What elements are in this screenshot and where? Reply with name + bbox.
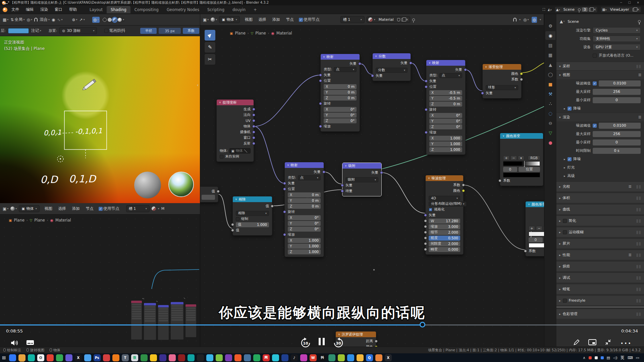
- input-socket-位置[interactable]: [283, 188, 286, 191]
- color-swatch[interactable]: [503, 173, 540, 177]
- viewlayer-name[interactable]: ViewLayer: [608, 7, 631, 12]
- node-field-Z[interactable]: Z0 m: [288, 204, 321, 209]
- taskbar-app-icon-11[interactable]: [103, 354, 110, 361]
- shading-preset-icon[interactable]: ◭▾: [548, 8, 552, 11]
- shading-material-icon[interactable]: [113, 18, 117, 22]
- use-nodes-checkbox[interactable]: ✓ 使用节点: [99, 206, 119, 212]
- workspace-tab-Layout[interactable]: Layout: [86, 6, 107, 13]
- node-dropdown-分数[interactable]: 分数▾: [376, 68, 408, 73]
- shading-wireframe-icon[interactable]: [103, 18, 107, 22]
- device-dropdown[interactable]: GPU 计算▾: [593, 44, 641, 50]
- denoise-checkbox[interactable]: ✓: [568, 107, 572, 111]
- taskbar-app-icon-27[interactable]: [253, 354, 260, 361]
- taskbar-app-icon-40[interactable]: [375, 354, 382, 361]
- node-dropdown-分形布朗运动(fBM)[interactable]: 分形布朗运动(fBM)▾: [429, 201, 467, 206]
- pin-icon[interactable]: [578, 8, 581, 11]
- unlink-icon[interactable]: ✕: [406, 18, 409, 21]
- breadcrumb-object[interactable]: Plane: [235, 31, 246, 36]
- viewlayer-selector[interactable]: ▦▾ ViewLayer ✕: [600, 6, 641, 13]
- advanced-subpanel[interactable]: 高级: [568, 173, 575, 178]
- noise-texture-node[interactable]: ∨噪波纹理系数颜色4D▾分形布朗运动(fBM)▾✓规格化矢量W17.280缩放3…: [425, 175, 464, 255]
- backdrop-toggle-icon[interactable]: ◍: [532, 17, 537, 23]
- shader-type-icon[interactable]: ▾: [211, 17, 217, 22]
- max-samples-field[interactable]: 256: [593, 89, 641, 95]
- node-field-畸变[interactable]: 畸变0.000: [429, 247, 460, 252]
- taskbar-app-icon-34[interactable]: 抖: [319, 354, 326, 361]
- output-socket-系数[interactable]: [462, 184, 465, 187]
- snap-magnet-icon[interactable]: [34, 18, 38, 21]
- texture-coordinate-node[interactable]: ∨纹理坐标生成法向UV物体摄像机窗口反射物体:▣物体来自实例: [216, 99, 254, 162]
- node-dropdown-吸附[interactable]: 吸附▾: [345, 177, 378, 182]
- properties-tab-tool-icon[interactable]: ⚙: [545, 21, 555, 30]
- input-socket-值[interactable]: [231, 223, 234, 226]
- workspace-tab-+[interactable]: +: [250, 6, 261, 13]
- node-field-Y[interactable]: Y0°: [288, 221, 321, 226]
- taskbar-app-icon-32[interactable]: [300, 354, 307, 361]
- fullscreen-exit-button[interactable]: [604, 339, 612, 346]
- mute-button[interactable]: [10, 339, 19, 347]
- panel-体积[interactable]: ▸体积⣿⣿: [556, 193, 644, 203]
- pin-icon[interactable]: [412, 18, 415, 21]
- workspace-tab-Shading[interactable]: Shading: [107, 6, 130, 13]
- pin-icon[interactable]: [638, 20, 641, 23]
- radius-button[interactable]: 半径: [140, 28, 157, 34]
- breadcrumb-mesh[interactable]: Plane: [34, 218, 45, 223]
- node-field-Z[interactable]: Z1.000: [288, 249, 321, 254]
- output-socket-摄像机[interactable]: [252, 131, 255, 134]
- scene-selector[interactable]: ▲▾ Scene 3 ✕: [554, 6, 598, 13]
- node-field-糙度[interactable]: 糙度0.500: [429, 236, 460, 241]
- input-socket-矢量[interactable]: [341, 184, 344, 187]
- gizmo-dropdown[interactable]: ⊕▾: [72, 17, 77, 22]
- input-socket-糙度[interactable]: [424, 237, 427, 240]
- panel-Freestyle[interactable]: ▸Freestyle⣿⣿: [556, 295, 644, 305]
- node-field-Y[interactable]: Y1.000: [288, 244, 321, 249]
- input-socket-矢量[interactable]: [319, 74, 322, 77]
- player-back-button[interactable]: ←: [4, 1, 8, 6]
- taskbar-app-icon-15[interactable]: [141, 354, 148, 361]
- subtitle-toggle-button[interactable]: [26, 340, 34, 346]
- noise-threshold-field[interactable]: 0.0100: [599, 80, 641, 86]
- properties-tab-physics-icon[interactable]: ◌: [545, 109, 555, 118]
- output-socket-颜色[interactable]: [462, 189, 465, 192]
- material-slot-dropdown[interactable]: 槽 1▾: [340, 16, 365, 23]
- output-socket-UV[interactable]: [252, 119, 255, 122]
- more-options-button[interactable]: •••: [621, 341, 632, 346]
- max-samples-field[interactable]: 256: [593, 131, 641, 137]
- taskbar-app-icon-25[interactable]: [234, 354, 241, 361]
- fake-user-shield-icon[interactable]: [397, 18, 400, 21]
- display-mode-icon[interactable]: ⛶: [543, 8, 545, 12]
- pivot-point-dropdown[interactable]: ◎▾: [26, 17, 32, 22]
- workspace-tab-Compositing[interactable]: Compositing: [130, 6, 163, 13]
- shading-solid-icon[interactable]: [108, 18, 112, 22]
- output-socket-矢量[interactable]: [464, 68, 467, 71]
- tray-app-icon[interactable]: [601, 356, 604, 359]
- color-ramp-node-1[interactable]: ∨颜色渐变+−▾RGB0位置系数: [500, 133, 543, 186]
- output-socket-矢量[interactable]: [409, 62, 412, 65]
- input-socket-缩放[interactable]: [425, 131, 428, 134]
- node-field-Y[interactable]: Y1.000: [429, 141, 462, 146]
- input-socket-间隙度[interactable]: [424, 242, 427, 245]
- taskbar-app-icon-8[interactable]: X: [75, 354, 82, 361]
- value-node-partial[interactable]: 值: [200, 186, 218, 202]
- snap-node[interactable]: ∨吸附矢量吸附▾矢量增量: [342, 163, 382, 196]
- properties-tab-world-icon[interactable]: ◯: [545, 70, 555, 79]
- panel-蜡笔[interactable]: ▸蜡笔⣿⣿: [556, 284, 644, 294]
- editor-type-icon[interactable]: ▦▾: [3, 17, 8, 22]
- properties-tab-view-layer-icon[interactable]: ▦: [545, 51, 555, 59]
- taskbar-app-icon-22[interactable]: [206, 354, 213, 361]
- node-checkbox-规格化[interactable]: ✓: [429, 208, 432, 212]
- render-engine-dropdown[interactable]: Cycles▾: [593, 27, 641, 34]
- input-socket-增量[interactable]: [341, 190, 344, 193]
- transform-orientation-dropdown[interactable]: ⇅ 全局▾: [10, 17, 24, 22]
- tray-app-icon[interactable]: [589, 356, 592, 359]
- output-socket-矢量[interactable]: [322, 171, 325, 174]
- material-slot-dropdown[interactable]: 槽 1▾: [126, 205, 150, 212]
- shader-type-icon[interactable]: ▾: [10, 206, 17, 211]
- colorramp-button-▾[interactable]: ▾: [518, 156, 524, 160]
- input-socket-缩放[interactable]: [319, 125, 322, 128]
- tray-notifications-icon[interactable]: ▭: [636, 356, 639, 360]
- render-subpanel-header[interactable]: ▾渲染☰: [556, 113, 644, 121]
- copy-icon[interactable]: [589, 8, 592, 11]
- node-field-Y[interactable]: Y0 m: [288, 198, 321, 203]
- feature-set-dropdown[interactable]: 支持特性▾: [593, 36, 641, 42]
